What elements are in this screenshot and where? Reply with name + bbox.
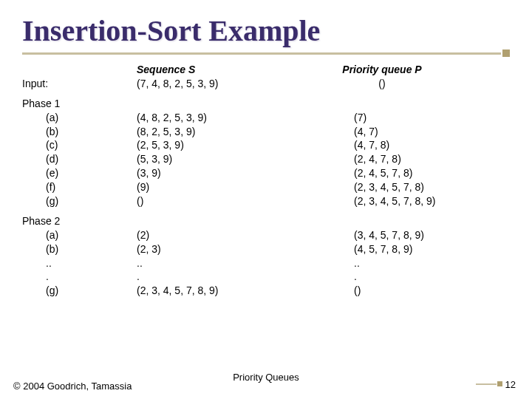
row-pri: (2, 3, 4, 5, 7, 8, 9) bbox=[293, 194, 471, 208]
row-pri: . bbox=[293, 270, 471, 284]
row-seq: (9) bbox=[137, 180, 293, 194]
accent-square bbox=[502, 50, 510, 57]
footer-accent-square bbox=[497, 381, 502, 386]
row-key: .. bbox=[22, 256, 137, 270]
slide: Insertion-Sort Example Sequence S Priori… bbox=[0, 0, 532, 399]
row-seq: (2) bbox=[137, 228, 293, 242]
row-seq: (2, 3, 4, 5, 7, 8, 9) bbox=[137, 284, 293, 298]
spacer bbox=[22, 208, 137, 214]
row-key: (e) bbox=[22, 166, 137, 180]
row-seq: (4, 8, 2, 5, 3, 9) bbox=[137, 111, 293, 125]
phase2-pri-empty bbox=[293, 214, 471, 228]
row-seq: (8, 2, 5, 3, 9) bbox=[137, 125, 293, 139]
row-seq: (3, 9) bbox=[137, 166, 293, 180]
row-pri: (7) bbox=[293, 111, 471, 125]
spacer bbox=[293, 91, 471, 97]
row-key: (a) bbox=[22, 228, 137, 242]
row-key: (g) bbox=[22, 284, 137, 298]
row-seq: (5, 3, 9) bbox=[137, 152, 293, 166]
footer-accent bbox=[476, 381, 502, 386]
header-priority: Priority queue P bbox=[293, 63, 471, 77]
input-seq: (7, 4, 8, 2, 5, 3, 9) bbox=[137, 77, 293, 91]
row-key: (a) bbox=[22, 111, 137, 125]
row-pri: (4, 7) bbox=[293, 125, 471, 139]
phase1-pri-empty bbox=[293, 97, 471, 111]
phase1-seq-empty bbox=[137, 97, 293, 111]
page-number: 12 bbox=[505, 379, 516, 390]
row-key: (d) bbox=[22, 152, 137, 166]
spacer bbox=[22, 91, 137, 97]
row-pri: (4, 5, 7, 8, 9) bbox=[293, 242, 471, 256]
row-pri: () bbox=[293, 284, 471, 298]
row-key: (c) bbox=[22, 138, 137, 152]
row-pri: (2, 3, 4, 5, 7, 8) bbox=[293, 180, 471, 194]
row-pri: .. bbox=[293, 256, 471, 270]
input-label: Input: bbox=[22, 77, 137, 91]
row-seq: . bbox=[137, 270, 293, 284]
row-seq: (2, 5, 3, 9) bbox=[137, 138, 293, 152]
slide-title: Insertion-Sort Example bbox=[22, 13, 510, 48]
row-pri: (2, 4, 7, 8) bbox=[293, 152, 471, 166]
footer-accent-line bbox=[476, 383, 497, 385]
row-key: (f) bbox=[22, 180, 137, 194]
phase1-label: Phase 1 bbox=[22, 97, 137, 111]
row-seq: (2, 3) bbox=[137, 242, 293, 256]
spacer bbox=[137, 91, 293, 97]
phase2-label: Phase 2 bbox=[22, 214, 137, 228]
header-empty bbox=[22, 63, 137, 77]
row-seq: .. bbox=[137, 256, 293, 270]
row-seq: () bbox=[137, 194, 293, 208]
phase2-seq-empty bbox=[137, 214, 293, 228]
spacer bbox=[293, 208, 471, 214]
row-pri: (3, 4, 5, 7, 8, 9) bbox=[293, 228, 471, 242]
header-sequence: Sequence S bbox=[137, 63, 293, 77]
row-key: (b) bbox=[22, 125, 137, 139]
row-key: (g) bbox=[22, 194, 137, 208]
accent-line bbox=[22, 52, 501, 55]
row-pri: (2, 4, 5, 7, 8) bbox=[293, 166, 471, 180]
input-pri: () bbox=[293, 77, 471, 91]
row-key: . bbox=[22, 270, 137, 284]
row-pri: (4, 7, 8) bbox=[293, 138, 471, 152]
footer-center: Priority Queues bbox=[0, 372, 532, 383]
accent-rule bbox=[22, 50, 510, 57]
spacer bbox=[137, 208, 293, 214]
content-grid: Sequence S Priority queue P Input: (7, 4… bbox=[22, 63, 510, 298]
row-key: (b) bbox=[22, 242, 137, 256]
